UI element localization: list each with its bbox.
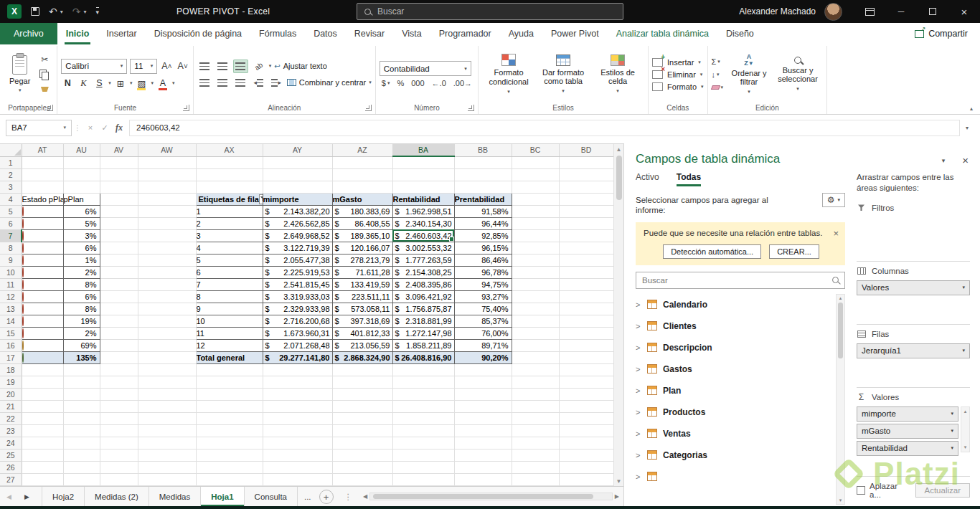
cell-AZ14[interactable]: $397.318,69	[332, 315, 392, 327]
cell-BB5[interactable]: 91,58%	[454, 205, 512, 217]
cell-BD9[interactable]	[559, 254, 613, 266]
sheet-tab-consulta[interactable]: Consulta	[245, 487, 298, 506]
cell-BB10[interactable]: 96,78%	[454, 266, 512, 278]
auto-detect-button[interactable]: Detección automática...	[663, 244, 761, 259]
cell-BA22[interactable]	[392, 412, 454, 424]
cell-AV8[interactable]	[100, 242, 138, 254]
increase-font-icon[interactable]: A˄	[160, 60, 173, 73]
ribbon-tab-ayuda[interactable]: Ayuda	[500, 23, 542, 44]
cell-BD19[interactable]	[559, 376, 613, 388]
cell-AU23[interactable]	[63, 424, 100, 437]
pane-close-icon[interactable]: ×	[962, 154, 969, 166]
cell-BC3[interactable]	[512, 181, 559, 193]
cell-BD5[interactable]	[559, 205, 613, 217]
cell-AW11[interactable]	[138, 278, 196, 290]
cell-AY6[interactable]: $2.426.562,85	[263, 217, 332, 229]
cell-AY8[interactable]: $3.122.719,39	[263, 242, 332, 254]
cell-BA27[interactable]	[392, 473, 454, 485]
cell-BC25[interactable]	[512, 449, 559, 461]
cell-BC14[interactable]	[512, 315, 559, 327]
cell-BD8[interactable]	[559, 242, 613, 254]
cell-BD6[interactable]	[559, 217, 613, 229]
cell-BB25[interactable]	[454, 449, 512, 461]
scroll-right-icon[interactable]: ▶	[615, 493, 619, 500]
cell-AY27[interactable]	[263, 473, 332, 485]
cell-AU14[interactable]: 19%	[63, 315, 100, 327]
expand-icon[interactable]: >	[636, 386, 641, 395]
expand-icon[interactable]: >	[636, 429, 641, 438]
cell-BB24[interactable]	[454, 437, 512, 449]
cell-BC20[interactable]	[512, 388, 559, 400]
row-header-13[interactable]: 13	[0, 303, 22, 315]
cell-AX7[interactable]: 3	[196, 229, 263, 242]
cell-AW18[interactable]	[138, 363, 196, 376]
save-icon[interactable]	[31, 7, 39, 16]
cell-AT16[interactable]	[22, 339, 63, 351]
cell-BA2[interactable]	[392, 168, 454, 181]
cell-AT3[interactable]	[22, 181, 63, 193]
align-bottom-icon[interactable]	[233, 60, 248, 73]
cell-AX16[interactable]: 12	[196, 339, 263, 351]
cell-BC10[interactable]	[512, 266, 559, 278]
fields-scroll-thumb[interactable]	[838, 303, 843, 358]
cell-AW19[interactable]	[138, 376, 196, 388]
cell-AW7[interactable]	[138, 229, 196, 242]
cell-BD7[interactable]	[559, 229, 613, 242]
cell-BB12[interactable]: 93,27%	[454, 290, 512, 303]
ribbon-tab-inicio[interactable]: Inicio	[57, 23, 98, 44]
cell-AV4[interactable]	[100, 193, 138, 205]
cell-AX11[interactable]: 7	[196, 278, 263, 290]
cell-AV26[interactable]	[100, 461, 138, 473]
share-button[interactable]: Compartir	[903, 23, 980, 44]
cell-AX13[interactable]: 9	[196, 303, 263, 315]
fuente-dialog-launcher-icon[interactable]	[183, 105, 189, 111]
expand-icon[interactable]: >	[636, 451, 641, 460]
sheet-tab-hoja2[interactable]: Hoja2	[42, 487, 85, 506]
expand-icon[interactable]: >	[636, 300, 641, 309]
cell-BD18[interactable]	[559, 363, 613, 376]
sheet-tab-medidas[interactable]: Medidas	[149, 487, 201, 506]
cell-BB6[interactable]: 96,44%	[454, 217, 512, 229]
wrap-text-button[interactable]: ↩Ajustar texto	[274, 62, 327, 70]
cell-AY24[interactable]	[263, 437, 332, 449]
cell-BA8[interactable]: $3.002.553,32	[392, 242, 454, 254]
cell-AX5[interactable]: 1	[196, 205, 263, 217]
increase-indent-icon[interactable]: ▸	[269, 76, 284, 90]
percent-style-icon[interactable]: %	[395, 79, 406, 87]
font-color-dropdown-icon[interactable]: ▾	[172, 80, 175, 86]
cell-AT19[interactable]	[22, 376, 63, 388]
new-sheet-button[interactable]: +	[319, 490, 334, 504]
cell-AV15[interactable]	[100, 327, 138, 339]
format-as-table-button[interactable]: Dar formato como tabla ▾	[537, 47, 590, 102]
font-color-icon[interactable]: A	[156, 77, 169, 90]
cell-AY4[interactable]: mimporte	[263, 193, 332, 205]
undo-dropdown-icon[interactable]: ▾	[60, 9, 63, 15]
cell-AV24[interactable]	[100, 437, 138, 449]
cell-AZ1[interactable]	[332, 156, 392, 168]
cell-AY10[interactable]: $2.225.919,53	[263, 266, 332, 278]
cell-AX2[interactable]	[196, 168, 263, 181]
cell-BB7[interactable]: 92,85%	[454, 229, 512, 242]
chip-dropdown-icon[interactable]: ▾	[962, 285, 965, 290]
title-search-input[interactable]	[377, 6, 616, 16]
cell-BD27[interactable]	[559, 473, 613, 485]
cell-BA5[interactable]: $1.962.998,51	[392, 205, 454, 217]
title-search-box[interactable]	[357, 3, 623, 20]
warning-close-icon[interactable]: ×	[833, 229, 839, 238]
minimize-icon[interactable]: ─	[885, 0, 917, 23]
file-tab[interactable]: Archivo	[0, 23, 57, 44]
cell-AV23[interactable]	[100, 424, 138, 437]
number-format-select[interactable]: Contabilidad▾	[380, 61, 471, 76]
cell-AZ16[interactable]: $213.056,59	[332, 339, 392, 351]
cell-BC8[interactable]	[512, 242, 559, 254]
cell-AZ13[interactable]: $573.058,11	[332, 303, 392, 315]
cell-AW27[interactable]	[138, 473, 196, 485]
cell-AT26[interactable]	[22, 461, 63, 473]
cell-AY18[interactable]	[263, 363, 332, 376]
borders-icon[interactable]: ⊞	[114, 77, 127, 90]
cell-BB22[interactable]	[454, 412, 512, 424]
name-box[interactable]: BA7▾	[6, 120, 72, 136]
cell-BB26[interactable]	[454, 461, 512, 473]
cell-AT1[interactable]	[22, 156, 63, 168]
cell-AZ25[interactable]	[332, 449, 392, 461]
